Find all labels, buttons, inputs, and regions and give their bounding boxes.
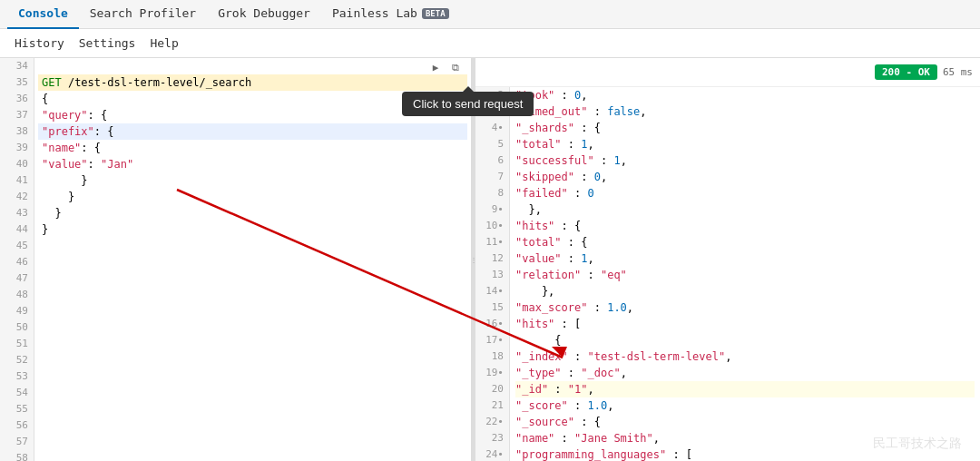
output-line: "failed" : 0 xyxy=(515,185,975,201)
output-line: "value" : 1, xyxy=(515,250,975,267)
output-line-highlighted: "_id" : "1", xyxy=(515,381,975,397)
editor-panel[interactable]: 34 35 36 37 38 39 40 41 42 43 44 45 46 4… xyxy=(0,58,472,461)
editor-line xyxy=(38,254,467,270)
editor-line: { xyxy=(38,91,467,107)
editor-line xyxy=(38,238,467,254)
output-line: "hits" : { xyxy=(515,218,975,234)
time-badge: 65 ms xyxy=(943,66,973,78)
output-body: 2 3 4• 5 6 7 8 9• 10• 11• 12 13 14• 15 1… xyxy=(475,87,980,461)
editor-body: 34 35 36 37 38 39 40 41 42 43 44 45 46 4… xyxy=(0,58,471,461)
menu-history[interactable]: History xyxy=(7,33,72,54)
editor-line xyxy=(38,58,467,74)
editor-line-highlighted: "prefix": { xyxy=(38,123,467,140)
output-line-numbers: 2 3 4• 5 6 7 8 9• 10• 11• 12 13 14• 15 1… xyxy=(475,87,510,461)
output-header: 200 - OK 65 ms xyxy=(475,58,980,87)
copy-icon[interactable]: ⧉ xyxy=(447,60,464,76)
editor-line xyxy=(38,352,467,368)
request-icons: ▶ ⧉ xyxy=(427,60,464,76)
output-panel: 200 - OK 65 ms 2 3 4• 5 6 7 8 9• 10• 11•… xyxy=(475,58,980,461)
app-container: Console Search Profiler Grok Debugger Pa… xyxy=(0,0,980,461)
editor-line xyxy=(38,401,467,417)
editor-content[interactable]: GET /test-dsl-term-level/_search ▶ ⧉ { "… xyxy=(34,58,471,461)
output-line: "_score" : 1.0, xyxy=(515,397,975,414)
editor-line xyxy=(38,336,467,352)
output-line: "_source" : { xyxy=(515,414,975,430)
beta-badge: BETA xyxy=(422,8,449,19)
menu-settings[interactable]: Settings xyxy=(72,33,143,54)
editor-line xyxy=(38,385,467,401)
editor-line: "name": { xyxy=(38,140,467,156)
output-line: "programming_languages" : [ xyxy=(515,446,975,461)
editor-line: } xyxy=(38,221,467,238)
output-line: "relation" : "eq" xyxy=(515,267,975,283)
editor-line xyxy=(38,270,467,287)
editor-line: "value": "Jan" xyxy=(38,156,467,172)
editor-line: "query": { xyxy=(38,107,467,123)
output-line: "_shards" : { xyxy=(515,120,975,136)
output-line: "successful" : 1, xyxy=(515,152,975,169)
editor-get-line: GET /test-dsl-term-level/_search ▶ ⧉ xyxy=(38,74,467,91)
play-icon[interactable]: ▶ xyxy=(427,60,444,76)
editor-line xyxy=(38,319,467,336)
output-line: "max_score" : 1.0, xyxy=(515,299,975,316)
menu-bar: History Settings Help xyxy=(0,29,980,58)
tab-console[interactable]: Console xyxy=(7,0,79,29)
output-line: "name" : "Jane Smith", xyxy=(515,430,975,446)
editor-line: } xyxy=(38,189,467,205)
editor-line-numbers: 34 35 36 37 38 39 40 41 42 43 44 45 46 4… xyxy=(0,58,34,461)
output-line: "took" : 0, xyxy=(515,87,975,103)
output-line: "total" : { xyxy=(515,234,975,250)
tab-painless-lab[interactable]: Painless Lab BETA xyxy=(321,0,460,29)
tab-grok-debugger[interactable]: Grok Debugger xyxy=(207,0,321,29)
output-line: "timed_out" : false, xyxy=(515,103,975,120)
main-content: Click to send request 34 35 36 37 38 39 … xyxy=(0,58,980,461)
output-line: }, xyxy=(515,201,975,218)
output-line: "hits" : [ xyxy=(515,316,975,332)
status-badge: 200 - OK xyxy=(875,64,937,80)
editor-line: } xyxy=(38,205,467,221)
editor-line xyxy=(38,450,467,461)
editor-line xyxy=(38,417,467,434)
editor-line xyxy=(38,368,467,385)
output-line: }, xyxy=(515,283,975,299)
editor-line xyxy=(38,434,467,450)
editor-line xyxy=(38,287,467,303)
tab-search-profiler[interactable]: Search Profiler xyxy=(79,0,207,29)
output-content: "took" : 0, "timed_out" : false, "_shard… xyxy=(510,87,980,461)
output-line: "skipped" : 0, xyxy=(515,169,975,185)
tab-bar: Console Search Profiler Grok Debugger Pa… xyxy=(0,0,980,29)
editor-line: } xyxy=(38,172,467,189)
output-line: "_index" : "test-dsl-term-level", xyxy=(515,348,975,365)
editor-line xyxy=(38,303,467,319)
output-line: "_type" : "_doc", xyxy=(515,365,975,381)
menu-help[interactable]: Help xyxy=(142,33,185,54)
output-line: { xyxy=(515,332,975,348)
output-line: "total" : 1, xyxy=(515,136,975,152)
